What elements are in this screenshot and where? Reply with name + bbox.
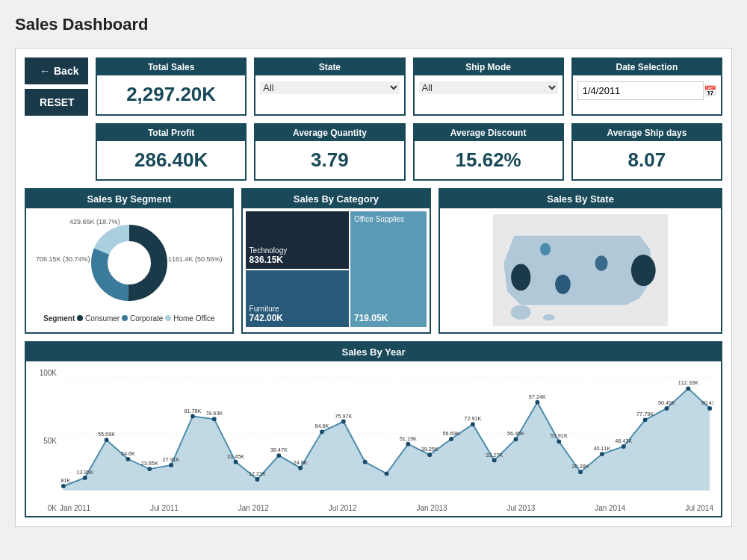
svg-point-6	[511, 264, 530, 291]
svg-text:78.63K: 78.63K	[205, 410, 223, 417]
year-chart-svg: 4.81K13.95K55.69K34.6K23.65K27.91K81.78K…	[60, 369, 713, 500]
legend-home-office: Home Office	[165, 314, 214, 323]
date-input[interactable]	[577, 81, 704, 100]
svg-point-18	[105, 438, 109, 442]
x-label-jan2011: Jan 2011	[60, 504, 90, 512]
svg-point-24	[234, 460, 238, 464]
controls-row: ← Back RESET Total Sales 2,297.20K State…	[25, 57, 722, 116]
svg-point-32	[406, 442, 410, 447]
y-axis: 100K 50K 0K	[34, 369, 60, 512]
avg-ship-value: 8.07	[573, 141, 721, 179]
svg-text:112.33K: 112.33K	[678, 379, 698, 386]
category-panel: Sales By Category Technology 836.15K Fur…	[241, 188, 432, 334]
state-map-header: Sales By State	[440, 190, 721, 208]
total-profit-card: Total Profit 286.40K	[96, 123, 247, 181]
back-button[interactable]: ← Back	[25, 57, 88, 84]
svg-point-41	[600, 452, 604, 456]
svg-text:77.79K: 77.79K	[636, 411, 654, 417]
svg-text:12.21K: 12.21K	[249, 470, 266, 477]
svg-point-7	[555, 275, 571, 294]
year-body: 100K 50K 0K	[26, 361, 721, 516]
y-label-100k: 100K	[34, 369, 57, 377]
svg-text:97.24K: 97.24K	[529, 393, 546, 400]
svg-text:27.91K: 27.91K	[163, 456, 180, 463]
segment-label-corporate: 706.15K (30.74%)	[36, 255, 90, 263]
svg-text:81.78K: 81.78K	[184, 408, 201, 414]
office-supplies-cell: Office Supplies 719.05K	[350, 211, 427, 327]
svg-point-27	[298, 466, 303, 470]
svg-text:31.45K: 31.45K	[227, 453, 244, 460]
svg-point-40	[578, 470, 583, 474]
svg-point-37	[514, 437, 518, 441]
svg-text:39.25K: 39.25K	[421, 446, 438, 452]
furniture-value: 742.00K	[249, 313, 345, 323]
date-selection-body: 📅	[573, 75, 721, 106]
svg-point-45	[686, 386, 690, 391]
state-header: State	[255, 59, 403, 75]
x-label-jan2012: Jan 2012	[238, 504, 269, 512]
svg-point-3	[108, 242, 150, 284]
avg-discount-value: 15.62%	[415, 141, 562, 179]
segment-body: 706.15K (30.74%) 429.65K (18.7%) 1161.4K…	[26, 208, 232, 329]
category-left-col: Technology 836.15K Furniture 742.00K	[246, 211, 349, 327]
segment-label-consumer: 1161.4K (50.56%)	[168, 255, 223, 263]
svg-point-42	[622, 444, 626, 449]
svg-point-10	[510, 305, 531, 320]
svg-point-17	[83, 476, 87, 480]
svg-point-11	[542, 314, 555, 321]
x-label-jul2014: Jul 2014	[685, 504, 713, 512]
total-sales-header: Total Sales	[97, 59, 245, 75]
date-selection-header: Date Selection	[573, 59, 721, 75]
donut-svg	[84, 218, 174, 308]
svg-point-38	[535, 400, 539, 405]
total-profit-header: Total Profit	[97, 125, 245, 141]
svg-point-19	[125, 457, 130, 461]
y-label-0k: 0K	[34, 504, 57, 512]
avg-quantity-header: Average Quantity	[255, 125, 403, 141]
svg-text:55.69K: 55.69K	[98, 431, 115, 438]
chart-svg-container: 4.81K13.95K55.69K34.6K23.65K27.91K81.78K…	[60, 369, 713, 512]
back-arrow-icon: ←	[40, 65, 50, 77]
donut-legend: Segment Consumer Corporate Home Office	[32, 314, 226, 323]
svg-point-28	[320, 429, 324, 434]
x-label-jul2013: Jul 2013	[506, 504, 535, 512]
svg-point-33	[427, 452, 432, 457]
svg-text:53.91K: 53.91K	[551, 432, 568, 439]
svg-point-26	[276, 453, 281, 458]
svg-text:20.28K: 20.28K	[572, 463, 589, 470]
svg-point-30	[363, 460, 368, 464]
svg-point-39	[557, 439, 561, 444]
technology-cell: Technology 836.15K	[246, 211, 349, 269]
calendar-icon[interactable]: 📅	[704, 85, 716, 97]
svg-point-16	[61, 484, 66, 488]
svg-text:75.97K: 75.97K	[335, 413, 352, 420]
segment-panel: Sales By Segment 706.15K (30.74%) 429.65…	[25, 188, 234, 334]
state-select[interactable]: All	[260, 81, 399, 94]
kpi-row: Total Profit 286.40K Average Quantity 3.…	[25, 123, 722, 181]
svg-text:24.8K: 24.8K	[294, 459, 308, 466]
ship-mode-dropdown-body: All	[415, 75, 562, 100]
legend-consumer: Consumer	[77, 314, 122, 323]
treemap: Technology 836.15K Furniture 742.00K Off…	[246, 211, 427, 327]
svg-point-34	[449, 437, 453, 441]
svg-point-9	[540, 243, 551, 255]
ship-mode-select[interactable]: All	[419, 81, 558, 94]
reset-button[interactable]: RESET	[25, 89, 88, 116]
segment-label-home: 429.65K (18.7%)	[69, 218, 120, 225]
svg-point-5	[631, 255, 656, 286]
svg-point-21	[169, 463, 173, 467]
svg-text:40.11K: 40.11K	[593, 445, 610, 452]
x-label-jul2012: Jul 2012	[329, 504, 357, 512]
technology-label: Technology	[249, 246, 345, 255]
svg-point-22	[190, 414, 195, 419]
svg-text:4.81K: 4.81K	[60, 477, 71, 484]
state-dropdown-card: State All	[254, 57, 405, 116]
charts-row: Sales By Segment 706.15K (30.74%) 429.65…	[25, 188, 722, 334]
svg-text:56.46K: 56.46K	[507, 430, 524, 437]
category-header: Sales By Category	[243, 190, 430, 208]
svg-text:13.95K: 13.95K	[76, 469, 93, 476]
year-panel: Sales By Year 100K 50K 0K	[25, 341, 722, 517]
back-label: Back	[54, 65, 78, 77]
svg-text:38.47K: 38.47K	[270, 447, 288, 453]
svg-point-8	[595, 255, 608, 271]
